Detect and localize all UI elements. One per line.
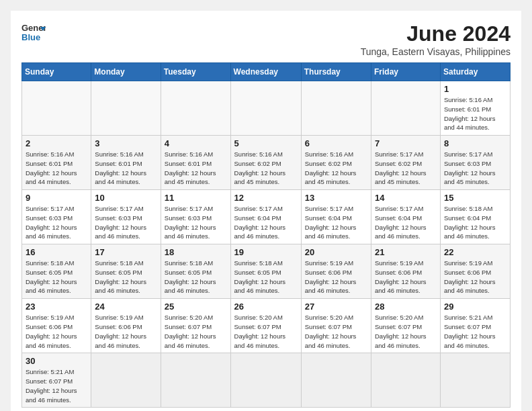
day-info: Sunrise: 5:18 AMSunset: 6:05 PMDaylight:… [95, 259, 157, 295]
day-number: 1 [444, 84, 506, 94]
logo-icon: General Blue [21, 21, 46, 43]
calendar-cell: 16Sunrise: 5:18 AMSunset: 6:05 PMDayligh… [22, 244, 91, 299]
day-info: Sunrise: 5:17 AMSunset: 6:04 PMDaylight:… [234, 204, 298, 241]
day-number: 17 [95, 247, 157, 257]
calendar-cell: 6Sunrise: 5:16 AMSunset: 6:02 PMDaylight… [301, 136, 371, 190]
calendar-week-3: 9Sunrise: 5:17 AMSunset: 6:03 PMDaylight… [22, 190, 511, 244]
calendar-cell [161, 353, 230, 408]
calendar-cell: 8Sunrise: 5:17 AMSunset: 6:03 PMDaylight… [440, 136, 510, 190]
day-number: 2 [26, 138, 87, 148]
calendar-cell: 3Sunrise: 5:16 AMSunset: 6:01 PMDaylight… [91, 136, 161, 190]
calendar-week-2: 2Sunrise: 5:16 AMSunset: 6:01 PMDaylight… [22, 136, 511, 190]
weekday-thursday: Thursday [301, 63, 371, 81]
calendar-week-6: 30Sunrise: 5:21 AMSunset: 6:07 PMDayligh… [22, 353, 511, 408]
calendar-cell [230, 81, 301, 136]
day-info: Sunrise: 5:20 AMSunset: 6:07 PMDaylight:… [165, 313, 227, 350]
calendar-page: General Blue June 2024 Tunga, Eastern Vi… [11, 11, 521, 411]
calendar-cell: 28Sunrise: 5:20 AMSunset: 6:07 PMDayligh… [371, 299, 441, 353]
day-number: 18 [165, 247, 227, 257]
calendar-cell: 18Sunrise: 5:18 AMSunset: 6:05 PMDayligh… [161, 244, 230, 299]
day-number: 10 [95, 193, 157, 203]
calendar-cell: 20Sunrise: 5:19 AMSunset: 6:06 PMDayligh… [301, 244, 371, 299]
weekday-wednesday: Wednesday [230, 63, 301, 81]
calendar-cell: 10Sunrise: 5:17 AMSunset: 6:03 PMDayligh… [91, 190, 161, 244]
day-number: 9 [26, 193, 87, 203]
calendar-cell: 9Sunrise: 5:17 AMSunset: 6:03 PMDaylight… [22, 190, 91, 244]
day-number: 8 [444, 138, 506, 148]
calendar-cell [91, 81, 161, 136]
day-number: 6 [305, 138, 367, 148]
calendar-cell: 21Sunrise: 5:19 AMSunset: 6:06 PMDayligh… [371, 244, 441, 299]
calendar-cell: 14Sunrise: 5:17 AMSunset: 6:04 PMDayligh… [371, 190, 441, 244]
day-number: 30 [26, 356, 87, 366]
calendar-cell: 12Sunrise: 5:17 AMSunset: 6:04 PMDayligh… [230, 190, 301, 244]
day-info: Sunrise: 5:18 AMSunset: 6:05 PMDaylight:… [165, 259, 227, 295]
day-info: Sunrise: 5:18 AMSunset: 6:05 PMDaylight:… [26, 259, 87, 295]
calendar-cell [371, 81, 441, 136]
day-number: 26 [234, 302, 298, 312]
day-number: 15 [444, 193, 506, 203]
day-info: Sunrise: 5:17 AMSunset: 6:03 PMDaylight:… [26, 204, 87, 241]
title-area: June 2024 Tunga, Eastern Visayas, Philip… [361, 21, 511, 57]
day-info: Sunrise: 5:18 AMSunset: 6:05 PMDaylight:… [234, 259, 298, 295]
calendar-week-4: 16Sunrise: 5:18 AMSunset: 6:05 PMDayligh… [22, 244, 511, 299]
calendar-cell [22, 81, 91, 136]
day-info: Sunrise: 5:20 AMSunset: 6:07 PMDaylight:… [375, 313, 437, 350]
day-info: Sunrise: 5:17 AMSunset: 6:03 PMDaylight:… [95, 204, 157, 241]
day-info: Sunrise: 5:21 AMSunset: 6:07 PMDaylight:… [26, 367, 87, 404]
calendar-cell: 25Sunrise: 5:20 AMSunset: 6:07 PMDayligh… [161, 299, 230, 353]
calendar-cell: 15Sunrise: 5:18 AMSunset: 6:04 PMDayligh… [440, 190, 510, 244]
calendar-cell: 30Sunrise: 5:21 AMSunset: 6:07 PMDayligh… [22, 353, 91, 408]
day-info: Sunrise: 5:19 AMSunset: 6:06 PMDaylight:… [305, 259, 367, 295]
day-number: 3 [95, 138, 157, 148]
day-info: Sunrise: 5:21 AMSunset: 6:07 PMDaylight:… [444, 313, 506, 350]
day-number: 29 [444, 302, 506, 312]
calendar-cell: 11Sunrise: 5:17 AMSunset: 6:03 PMDayligh… [161, 190, 230, 244]
calendar-cell: 19Sunrise: 5:18 AMSunset: 6:05 PMDayligh… [230, 244, 301, 299]
calendar-cell: 1Sunrise: 5:16 AMSunset: 6:01 PMDaylight… [440, 81, 510, 136]
day-number: 24 [95, 302, 157, 312]
day-info: Sunrise: 5:16 AMSunset: 6:01 PMDaylight:… [95, 150, 157, 187]
calendar-cell [301, 353, 371, 408]
day-info: Sunrise: 5:17 AMSunset: 6:04 PMDaylight:… [305, 204, 367, 241]
calendar-cell [301, 81, 371, 136]
calendar-cell: 23Sunrise: 5:19 AMSunset: 6:06 PMDayligh… [22, 299, 91, 353]
calendar-cell: 13Sunrise: 5:17 AMSunset: 6:04 PMDayligh… [301, 190, 371, 244]
day-info: Sunrise: 5:19 AMSunset: 6:06 PMDaylight:… [26, 313, 87, 350]
weekday-tuesday: Tuesday [161, 63, 230, 81]
calendar-week-5: 23Sunrise: 5:19 AMSunset: 6:06 PMDayligh… [22, 299, 511, 353]
day-number: 21 [375, 247, 437, 257]
day-number: 19 [234, 247, 298, 257]
day-info: Sunrise: 5:16 AMSunset: 6:01 PMDaylight:… [444, 95, 506, 132]
day-info: Sunrise: 5:19 AMSunset: 6:06 PMDaylight:… [444, 259, 506, 295]
calendar-week-1: 1Sunrise: 5:16 AMSunset: 6:01 PMDaylight… [22, 81, 511, 136]
day-number: 12 [234, 193, 298, 203]
day-number: 28 [375, 302, 437, 312]
calendar-cell: 29Sunrise: 5:21 AMSunset: 6:07 PMDayligh… [440, 299, 510, 353]
day-number: 4 [165, 138, 227, 148]
calendar-cell: 22Sunrise: 5:19 AMSunset: 6:06 PMDayligh… [440, 244, 510, 299]
weekday-sunday: Sunday [22, 63, 91, 81]
day-info: Sunrise: 5:16 AMSunset: 6:02 PMDaylight:… [234, 150, 298, 187]
svg-text:Blue: Blue [21, 32, 40, 42]
calendar-cell: 2Sunrise: 5:16 AMSunset: 6:01 PMDaylight… [22, 136, 91, 190]
calendar-cell: 26Sunrise: 5:20 AMSunset: 6:07 PMDayligh… [230, 299, 301, 353]
calendar-cell [371, 353, 441, 408]
day-number: 14 [375, 193, 437, 203]
day-info: Sunrise: 5:19 AMSunset: 6:06 PMDaylight:… [95, 313, 157, 350]
calendar-cell: 27Sunrise: 5:20 AMSunset: 6:07 PMDayligh… [301, 299, 371, 353]
day-info: Sunrise: 5:16 AMSunset: 6:02 PMDaylight:… [305, 150, 367, 187]
day-number: 16 [26, 247, 87, 257]
day-info: Sunrise: 5:18 AMSunset: 6:04 PMDaylight:… [444, 204, 506, 241]
day-info: Sunrise: 5:17 AMSunset: 6:02 PMDaylight:… [375, 150, 437, 187]
day-info: Sunrise: 5:16 AMSunset: 6:01 PMDaylight:… [165, 150, 227, 187]
day-number: 5 [234, 138, 298, 148]
calendar-cell: 4Sunrise: 5:16 AMSunset: 6:01 PMDaylight… [161, 136, 230, 190]
calendar-cell: 17Sunrise: 5:18 AMSunset: 6:05 PMDayligh… [91, 244, 161, 299]
day-info: Sunrise: 5:17 AMSunset: 6:03 PMDaylight:… [165, 204, 227, 241]
calendar-cell: 5Sunrise: 5:16 AMSunset: 6:02 PMDaylight… [230, 136, 301, 190]
day-number: 20 [305, 247, 367, 257]
day-number: 13 [305, 193, 367, 203]
calendar-cell [161, 81, 230, 136]
day-number: 7 [375, 138, 437, 148]
